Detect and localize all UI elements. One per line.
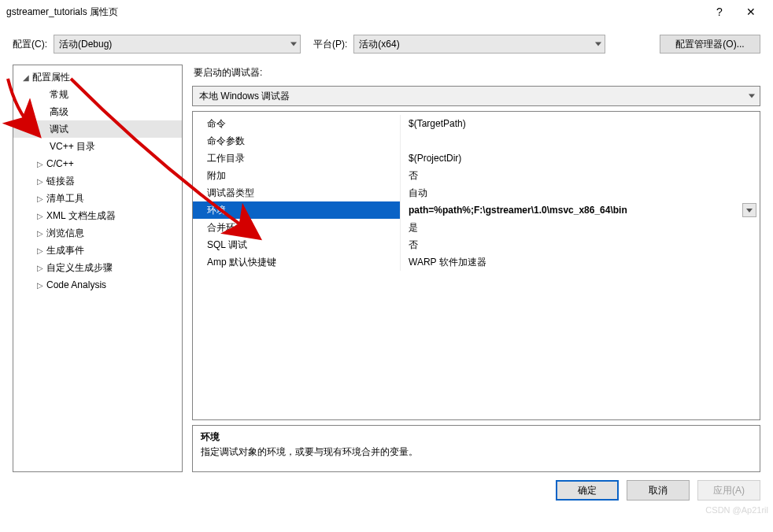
- platform-label: 平台(P):: [313, 38, 347, 51]
- tree-item[interactable]: 高级: [13, 103, 182, 120]
- tree-item-label: C/C++: [46, 158, 74, 169]
- description-box: 环境 指定调试对象的环境，或要与现有环境合并的变量。: [192, 425, 760, 472]
- expand-icon[interactable]: ▷: [35, 160, 45, 168]
- main-area: ◢ 配置属性 常规高级调试VC++ 目录▷C/C++▷链接器▷清单工具▷XML …: [0, 61, 773, 472]
- property-key: 工作目录: [193, 150, 401, 167]
- property-row[interactable]: 环境path=%path%;F:\gstreamer\1.0\msvc_x86_…: [193, 201, 760, 219]
- tree-panel[interactable]: ◢ 配置属性 常规高级调试VC++ 目录▷C/C++▷链接器▷清单工具▷XML …: [13, 65, 183, 472]
- description-text: 指定调试对象的环境，或要与现有环境合并的变量。: [201, 445, 752, 459]
- tree-item[interactable]: ▷浏览信息: [13, 224, 182, 242]
- tree-item-label: 链接器: [46, 175, 75, 188]
- window-title: gstreamer_tutorials 属性页: [6, 6, 704, 19]
- property-value[interactable]: 是: [401, 219, 760, 236]
- property-value-text: $(TargetPath): [409, 118, 466, 129]
- tree-item[interactable]: ▷自定义生成步骤: [13, 259, 182, 276]
- chevron-down-icon: [290, 42, 297, 46]
- apply-button: 应用(A): [697, 480, 760, 501]
- tree-item[interactable]: ▷清单工具: [13, 190, 182, 207]
- cancel-button[interactable]: 取消: [627, 480, 690, 501]
- chevron-down-icon: [749, 94, 755, 98]
- property-value[interactable]: 自动: [401, 184, 760, 201]
- property-value[interactable]: 否: [401, 167, 760, 184]
- expand-icon[interactable]: ▷: [35, 246, 45, 255]
- property-value[interactable]: WARP 软件加速器: [401, 253, 760, 271]
- property-value-text: $(ProjectDir): [409, 153, 461, 164]
- property-value-text: WARP 软件加速器: [409, 256, 486, 269]
- expand-icon[interactable]: ▷: [35, 194, 45, 203]
- property-row[interactable]: 附加否: [193, 167, 760, 184]
- property-row[interactable]: Amp 默认快捷键WARP 软件加速器: [193, 253, 760, 271]
- close-button[interactable]: ✕: [735, 1, 767, 23]
- expand-icon[interactable]: ▷: [35, 229, 45, 238]
- tree-item-label: 常规: [50, 88, 68, 102]
- config-manager-button[interactable]: 配置管理器(O)...: [660, 35, 760, 54]
- property-value-text: 否: [409, 238, 418, 252]
- tree-item-label: 浏览信息: [46, 227, 84, 240]
- property-row[interactable]: 调试器类型自动: [193, 184, 760, 201]
- config-label: 配置(C):: [13, 38, 47, 51]
- property-key: 调试器类型: [193, 184, 401, 201]
- tree-item[interactable]: ▷生成事件: [13, 242, 182, 259]
- button-row: 确定 取消 应用(A): [0, 472, 773, 508]
- expand-icon[interactable]: ▷: [35, 212, 45, 220]
- tree-item[interactable]: ▷Code Analysis: [13, 276, 182, 294]
- tree-item-label: Code Analysis: [46, 279, 106, 290]
- tree-item[interactable]: 常规: [13, 86, 182, 103]
- property-key: 附加: [193, 167, 401, 184]
- chevron-down-icon: [595, 42, 601, 46]
- tree-item[interactable]: ▷链接器: [13, 172, 182, 190]
- config-row: 配置(C): 活动(Debug) 平台(P): 活动(x64) 配置管理器(O)…: [0, 24, 773, 61]
- collapse-icon[interactable]: ◢: [21, 73, 31, 82]
- platform-dropdown[interactable]: 活动(x64): [353, 35, 605, 54]
- property-value[interactable]: [401, 132, 760, 150]
- right-panel: 要启动的调试器: 本地 Windows 调试器 命令$(TargetPath)命…: [192, 65, 760, 472]
- help-button[interactable]: ?: [704, 1, 735, 23]
- tree-item[interactable]: VC++ 目录: [13, 138, 182, 155]
- config-value: 活动(Debug): [59, 38, 112, 51]
- tree-root-label: 配置属性: [32, 71, 70, 84]
- property-value-text: 是: [409, 221, 418, 235]
- property-value-text: 否: [409, 169, 418, 183]
- ok-button[interactable]: 确定: [556, 480, 619, 501]
- property-key: Amp 默认快捷键: [193, 253, 401, 271]
- tree-item-label: 自定义生成步骤: [46, 261, 113, 275]
- expand-icon[interactable]: ▷: [35, 177, 45, 186]
- property-key: 命令: [193, 115, 401, 132]
- debugger-value: 本地 Windows 调试器: [199, 90, 290, 103]
- property-row[interactable]: 工作目录$(ProjectDir): [193, 150, 760, 167]
- property-grid[interactable]: 命令$(TargetPath)命令参数工作目录$(ProjectDir)附加否调…: [192, 111, 760, 420]
- property-value[interactable]: $(ProjectDir): [401, 150, 760, 167]
- tree-item-label: 清单工具: [46, 192, 84, 205]
- platform-value: 活动(x64): [359, 38, 399, 51]
- launch-label: 要启动的调试器:: [192, 65, 760, 81]
- description-title: 环境: [201, 430, 752, 444]
- config-dropdown[interactable]: 活动(Debug): [54, 35, 301, 54]
- tree-item-label: 高级: [50, 105, 68, 119]
- property-key: 环境: [193, 201, 401, 219]
- tree-item[interactable]: ▷XML 文档生成器: [13, 207, 182, 224]
- tree-item-label: XML 文档生成器: [46, 209, 116, 223]
- tree-item[interactable]: ▷C/C++: [13, 155, 182, 172]
- property-key: 命令参数: [193, 132, 401, 150]
- property-value-text: 自动: [409, 187, 427, 200]
- tree-item-label: 调试: [50, 123, 68, 136]
- property-value[interactable]: $(TargetPath): [401, 115, 760, 132]
- expand-icon[interactable]: ▷: [35, 264, 45, 272]
- property-key: 合并环境: [193, 219, 401, 236]
- property-value-text: path=%path%;F:\gstreamer\1.0\msvc_x86_64…: [409, 205, 627, 216]
- property-row[interactable]: 合并环境是: [193, 219, 760, 236]
- tree-item-label: VC++ 目录: [50, 140, 95, 153]
- property-row[interactable]: 命令$(TargetPath): [193, 115, 760, 132]
- tree-item[interactable]: 调试: [13, 120, 182, 138]
- property-value[interactable]: path=%path%;F:\gstreamer\1.0\msvc_x86_64…: [401, 201, 760, 219]
- expand-icon[interactable]: ▷: [35, 281, 45, 290]
- property-row[interactable]: 命令参数: [193, 132, 760, 150]
- titlebar: gstreamer_tutorials 属性页 ? ✕: [0, 0, 773, 24]
- property-value[interactable]: 否: [401, 236, 760, 253]
- property-row[interactable]: SQL 调试否: [193, 236, 760, 253]
- debugger-dropdown[interactable]: 本地 Windows 调试器: [192, 86, 760, 106]
- property-key: SQL 调试: [193, 236, 401, 253]
- tree-root[interactable]: ◢ 配置属性: [13, 68, 182, 86]
- tree-item-label: 生成事件: [46, 244, 84, 257]
- dropdown-button[interactable]: [742, 203, 756, 217]
